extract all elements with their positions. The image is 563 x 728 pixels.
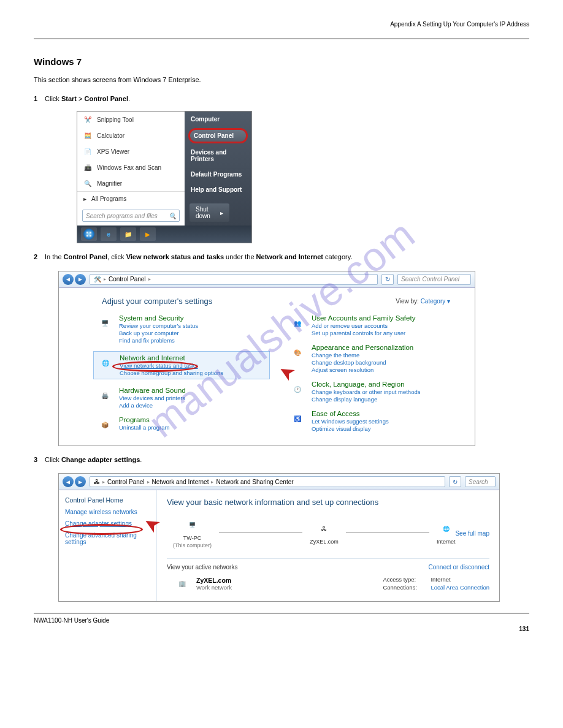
local-area-connection-link[interactable]: Local Area Connection xyxy=(431,584,489,591)
view-by-selector[interactable]: View by: Category ▾ xyxy=(396,298,450,305)
breadcrumb-sep-1: ▸ xyxy=(148,276,151,282)
cp-category-title[interactable]: Appearance and Personalization xyxy=(312,344,413,351)
cp-link[interactable]: Find and fix problems xyxy=(119,337,198,344)
program-item-magnifier[interactable]: 🔍Magnifier xyxy=(77,175,185,191)
breadcrumb-item-0[interactable]: Control Panel xyxy=(107,479,145,485)
cp-category-title[interactable]: System and Security xyxy=(119,314,198,322)
cp-category-title[interactable]: Ease of Access xyxy=(312,410,389,417)
cp-category-user-accounts-and-family-safety: 👥 User Accounts and Family SafetyAdd or … xyxy=(288,314,462,336)
nav-forward-button[interactable]: ► xyxy=(75,274,86,285)
intro-paragraph: This section shows screens from Windows … xyxy=(34,75,529,85)
cp-category-title[interactable]: Clock, Language, and Region xyxy=(312,381,420,388)
search-placeholder-text: Search programs and files xyxy=(86,213,158,219)
computer-icon: 🖥️ xyxy=(189,522,196,528)
cp-search-input[interactable]: Search Control Panel xyxy=(397,274,471,285)
start-right-item-help-and-support[interactable]: Help and Support xyxy=(185,182,251,197)
category-icon: 🖥️ xyxy=(96,314,114,333)
see-full-map-link[interactable]: See full map xyxy=(455,530,489,537)
cp-link[interactable]: Back up your computer xyxy=(119,330,198,336)
breadcrumb[interactable]: 🛠️ ▸ Control Panel ▸ xyxy=(90,274,378,285)
all-programs-item[interactable]: ▸ All Programs xyxy=(77,191,185,206)
cp-search-input[interactable]: Search xyxy=(465,476,496,487)
nav-back-button[interactable]: ◄ xyxy=(63,476,74,487)
active-network-item[interactable]: 🏢 ZyXEL.com Work network xyxy=(173,575,232,591)
program-icon: 🔍 xyxy=(82,178,93,189)
program-icon: 📠 xyxy=(82,162,93,173)
cp-link[interactable]: Change desktop background xyxy=(312,359,413,366)
cp-link[interactable]: Choose homegroup and sharing options xyxy=(120,370,223,376)
start-right-item-default-programs[interactable]: Default Programs xyxy=(185,167,251,182)
breadcrumb-item-2[interactable]: Network and Sharing Center xyxy=(216,479,293,485)
cp-link[interactable]: Optimize visual display xyxy=(312,425,389,432)
start-right-item-devices-and-printers[interactable]: Devices and Printers xyxy=(185,145,251,167)
taskbar-media-button[interactable]: ▶ xyxy=(140,227,156,241)
sidebar-link-manage-wireless[interactable]: Manage wireless networks xyxy=(65,509,150,515)
connection-details: Access type:Internet Connections:Local A… xyxy=(383,576,489,591)
cp-category-programs: 📦 ProgramsUninstall a program xyxy=(96,416,270,434)
nav-forward-button[interactable]: ► xyxy=(75,476,86,487)
connect-disconnect-link[interactable]: Connect or disconnect xyxy=(428,564,489,571)
building-network-icon: 🏢 xyxy=(178,580,186,587)
control-panel-content: ➤ Adjust your computer's settings View b… xyxy=(59,288,475,446)
cp-main-title: Adjust your computer's settings xyxy=(102,297,212,306)
network-sidebar: ➤ Control Panel Home Manage wireless net… xyxy=(59,490,157,601)
cp-link[interactable]: Uninstall a program xyxy=(119,424,169,431)
cp-category-title[interactable]: User Accounts and Family Safety xyxy=(312,314,415,322)
cp-link[interactable]: Change display language xyxy=(312,396,420,403)
taskbar-explorer-button[interactable]: 📁 xyxy=(120,227,136,241)
start-right-item-computer[interactable]: Computer xyxy=(185,112,251,127)
cp-link[interactable]: View devices and printers xyxy=(119,395,186,401)
footer-doc-title: NWA1100-NH User's Guide xyxy=(34,617,529,624)
category-icon: 👥 xyxy=(288,314,307,333)
cp-link[interactable]: Change keyboards or other input methods xyxy=(312,389,420,395)
program-item-calculator[interactable]: 🧮Calculator xyxy=(77,127,185,143)
search-input[interactable]: Search programs and files 🔍 xyxy=(82,210,180,222)
taskbar-ie-button[interactable]: e xyxy=(101,227,117,241)
program-item-snipping-tool[interactable]: ✂️Snipping Tool xyxy=(77,112,185,127)
cp-category-clock-language-and-region: 🕐 Clock, Language, and RegionChange keyb… xyxy=(288,381,462,403)
windows-orb-icon xyxy=(83,229,94,240)
view-active-networks-label: View your active networks xyxy=(167,564,237,571)
start-menu-left-pane: ✂️Snipping Tool🧮Calculator📄XPS Viewer📠Wi… xyxy=(77,112,185,226)
cp-category-title[interactable]: Hardware and Sound xyxy=(119,387,186,394)
cp-link[interactable]: Set up parental controls for any user xyxy=(312,330,415,336)
breadcrumb-item-1[interactable]: Network and Internet xyxy=(152,479,209,485)
nav-back-button[interactable]: ◄ xyxy=(63,274,74,285)
sidebar-link-change-adapter[interactable]: Change adapter settings xyxy=(65,520,150,527)
cp-link[interactable]: Review your computer's status xyxy=(119,322,198,329)
program-icon: 🧮 xyxy=(82,130,93,141)
footer-rule xyxy=(34,613,529,613)
cp-category-title[interactable]: Programs xyxy=(119,416,169,423)
program-label: XPS Viewer xyxy=(97,148,129,155)
chevron-right-icon: ▸ xyxy=(220,210,223,216)
arrow-right-icon: ▸ xyxy=(83,195,86,202)
cp-link[interactable]: Let Windows suggest settings xyxy=(312,418,389,425)
category-icon: 🖨️ xyxy=(96,387,114,405)
program-label: Snipping Tool xyxy=(97,116,134,123)
cp-link[interactable]: View network status and tasks xyxy=(120,362,223,369)
map-node-this-computer: 🖥️ TW-PC (This computer) xyxy=(173,517,212,548)
all-programs-label: All Programs xyxy=(91,195,126,202)
header-appendix-label: Appendix A Setting Up Your Computer's IP… xyxy=(34,21,529,28)
taskbar: e 📁 ▶ xyxy=(77,226,251,243)
category-icon: 📦 xyxy=(96,416,114,434)
program-label: Windows Fax and Scan xyxy=(97,164,161,171)
cp-link[interactable]: Add a device xyxy=(119,402,186,409)
network-icon: 🖧 xyxy=(94,479,100,485)
cp-category-title[interactable]: Network and Internet xyxy=(120,354,223,362)
network-main-pane: View your basic network information and … xyxy=(157,490,499,601)
cp-link[interactable]: Add or remove user accounts xyxy=(312,322,415,329)
start-orb[interactable] xyxy=(81,227,97,241)
cp-link[interactable]: Adjust screen resolution xyxy=(312,366,413,373)
refresh-button[interactable]: ↻ xyxy=(381,274,394,285)
cp-link[interactable]: Change the theme xyxy=(312,352,413,358)
control-panel-home-link[interactable]: Control Panel Home xyxy=(65,496,150,504)
program-item-windows-fax-and-scan[interactable]: 📠Windows Fax and Scan xyxy=(77,159,185,175)
refresh-button[interactable]: ↻ xyxy=(449,476,461,487)
shutdown-button[interactable]: Shut down ▸ xyxy=(190,203,229,222)
sidebar-link-advanced-sharing[interactable]: Change advanced sharing settings xyxy=(65,532,150,545)
start-right-item-control-panel[interactable]: Control Panel xyxy=(188,128,248,143)
breadcrumb-item-0[interactable]: Control Panel xyxy=(109,276,146,282)
breadcrumb[interactable]: 🖧 ▸ Control Panel ▸ Network and Internet… xyxy=(90,476,445,487)
program-item-xps-viewer[interactable]: 📄XPS Viewer xyxy=(77,143,185,159)
